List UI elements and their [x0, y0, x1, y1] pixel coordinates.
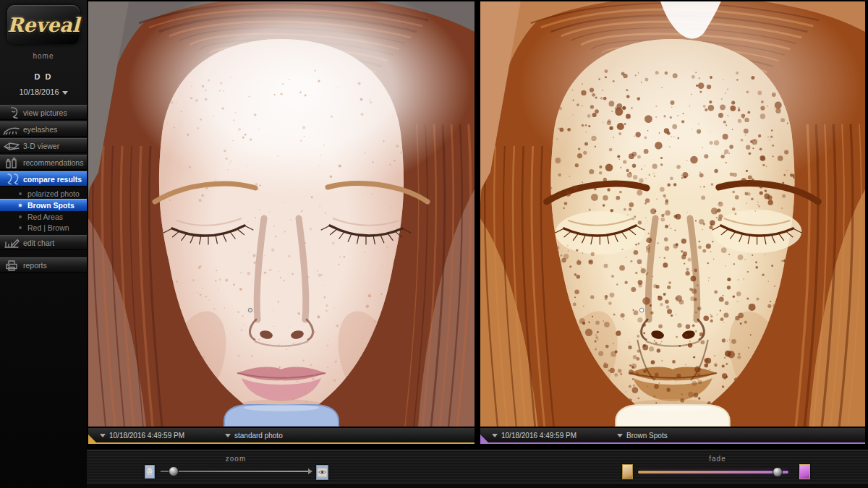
sidebar-subitem-red-areas[interactable]: Red Areas [0, 211, 87, 222]
left-mode-dropdown[interactable]: standard photo [225, 432, 283, 440]
compare-faces-icon [0, 174, 23, 185]
accent-corner-marker [480, 435, 490, 444]
printer-icon [0, 260, 23, 271]
sidebar-item-label: eyelashes [23, 125, 57, 134]
brand-name: Reveal [7, 14, 80, 36]
right-mode-dropdown[interactable]: Brown Spots [617, 432, 668, 440]
zoom-slider-knob[interactable] [169, 466, 179, 476]
sidebar: Reveal home D D 10/18/2016 view pictures… [0, 0, 87, 488]
sidebar-subitem-label: Red Areas [27, 213, 63, 221]
eyelash-icon [0, 124, 23, 135]
zoom-control: zoom [139, 453, 333, 482]
patient-initials: D D [0, 72, 87, 81]
sidebar-subitem-polarized-photo[interactable]: polarized photo [0, 188, 87, 199]
sidebar-subitem-red-brown[interactable]: Red | Brown [0, 222, 87, 233]
zoom-label: zoom [139, 455, 333, 463]
session-date-dropdown[interactable]: 10/18/2016 [0, 87, 87, 96]
sidebar-item-3d-viewer[interactable]: 3-D viewer [0, 138, 87, 153]
left-photo-toolbar: 10/18/2016 4:49:59 PM standard photo [88, 428, 475, 444]
right-mode-value: Brown Spots [626, 432, 668, 440]
chevron-down-icon [100, 434, 106, 437]
session-date-value: 10/18/2016 [19, 87, 59, 96]
standard-photo-image[interactable] [88, 1, 475, 427]
sidebar-item-label: compare results [23, 175, 82, 184]
bullet-icon [19, 226, 22, 229]
sidebar-subitem-label: Red | Brown [27, 223, 69, 232]
accent-corner-marker [88, 435, 98, 444]
right-photo-panel: 10/18/2016 4:49:59 PM Brown Spots [480, 1, 865, 444]
viewer-3d-icon [0, 140, 23, 152]
sidebar-item-label: 3-D viewer [23, 142, 59, 150]
left-timestamp-dropdown[interactable]: 10/18/2016 4:49:59 PM [100, 432, 184, 440]
sidebar-subitem-label: polarized photo [27, 189, 80, 198]
viewer-controls-bar: zoom fade [87, 450, 868, 483]
left-mode-value: standard photo [234, 432, 283, 440]
sidebar-item-label: view pictures [23, 108, 67, 117]
bullet-icon [19, 204, 22, 207]
bullet-icon [19, 192, 22, 195]
recommendations-icon [0, 157, 23, 168]
edit-chart-icon [0, 237, 23, 249]
brown-spots-photo-image[interactable] [480, 1, 865, 427]
zoom-slider-track[interactable] [161, 471, 308, 472]
right-timestamp-value: 10/18/2016 4:49:59 PM [501, 432, 576, 440]
app-window: Reveal home D D 10/18/2016 view pictures… [0, 0, 868, 488]
sidebar-item-reports[interactable]: reports [0, 257, 87, 272]
left-photo-panel: 10/18/2016 4:49:59 PM standard photo [88, 1, 475, 444]
face-icon [0, 107, 23, 119]
sidebar-subitem-brown-spots[interactable]: Brown Spots [0, 199, 87, 211]
fade-label: fade [619, 455, 816, 463]
chevron-down-icon [617, 434, 623, 437]
bottom-strip [87, 483, 868, 488]
right-photo-toolbar: 10/18/2016 4:49:59 PM Brown Spots [480, 428, 865, 444]
fade-standard-photo-swatch-icon[interactable] [622, 464, 633, 479]
sidebar-item-recommendations[interactable]: recommendations [0, 155, 87, 169]
zoom-out-thumbnail-icon[interactable] [145, 465, 155, 479]
reveal-logo[interactable]: Reveal [7, 5, 80, 44]
sidebar-subitem-label: Brown Spots [27, 201, 75, 210]
chevron-down-icon [492, 434, 498, 437]
sidebar-menu: view pictures eyelashes 3-D viewer recom… [0, 105, 87, 274]
sidebar-item-label: edit chart [23, 239, 54, 247]
fade-control: fade [619, 453, 816, 482]
sidebar-item-edit-chart[interactable]: edit chart [0, 235, 87, 249]
home-link[interactable]: home [0, 52, 87, 60]
sidebar-item-compare-results[interactable]: compare results [0, 171, 87, 186]
left-timestamp-value: 10/18/2016 4:49:59 PM [109, 432, 184, 440]
sidebar-item-label: recommendations [23, 158, 83, 167]
sidebar-item-label: reports [23, 261, 47, 270]
chevron-down-icon [62, 91, 68, 95]
sidebar-item-view-pictures[interactable]: view pictures [0, 105, 87, 119]
bullet-icon [19, 215, 22, 218]
fade-brown-spots-swatch-icon[interactable] [799, 464, 810, 479]
fade-slider-knob[interactable] [773, 467, 783, 477]
sidebar-item-eyelashes[interactable]: eyelashes [0, 121, 87, 136]
zoom-in-thumbnail-icon[interactable] [316, 465, 328, 480]
fade-slider-track[interactable] [638, 471, 788, 474]
right-timestamp-dropdown[interactable]: 10/18/2016 4:49:59 PM [492, 432, 576, 440]
chevron-down-icon [225, 434, 231, 437]
